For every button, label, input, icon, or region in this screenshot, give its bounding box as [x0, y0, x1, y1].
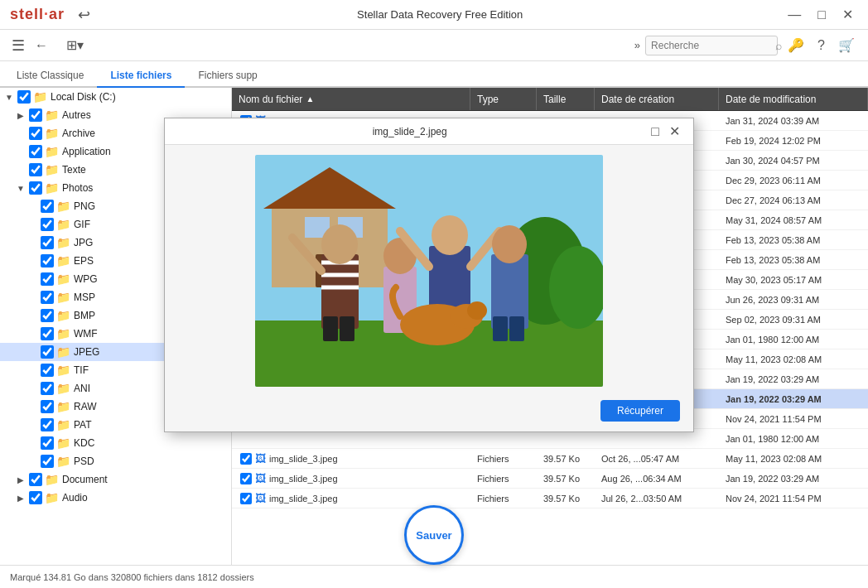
checkbox-kdc[interactable] [41, 436, 54, 450]
checkbox-texte[interactable] [29, 163, 42, 176]
save-button[interactable]: Sauver [404, 505, 464, 565]
checkbox-jpeg[interactable] [41, 345, 54, 359]
checkbox-autres[interactable] [29, 108, 42, 122]
svg-rect-26 [323, 316, 338, 341]
checkbox-tif[interactable] [41, 364, 54, 377]
save-button-container: Sauver [404, 505, 464, 565]
checkbox-archive[interactable] [29, 127, 42, 140]
checkbox-png[interactable] [41, 200, 54, 213]
checkbox-jpg[interactable] [41, 236, 54, 249]
checkbox-wpg[interactable] [41, 272, 54, 286]
sidebar-label: Texte [62, 164, 86, 176]
sidebar-label: GIF [74, 219, 90, 230]
file-modified: Jan 31, 2024 03:39 AM [719, 116, 868, 126]
checkbox-msp[interactable] [41, 291, 54, 304]
close-button[interactable]: ✕ [837, 5, 858, 24]
folder-icon: 📁 [45, 145, 59, 158]
checkbox-raw[interactable] [41, 400, 54, 413]
search-input[interactable] [651, 40, 775, 51]
sidebar-label: EPS [74, 255, 94, 267]
col-header-type[interactable]: Type [470, 88, 537, 110]
file-icon: 🖼 [255, 492, 266, 504]
table-row[interactable]: 🖼 img_slide_3.jpeg Fichiers 39.57 Ko Aug… [232, 469, 868, 489]
file-list-header: Nom du fichier ▲ Type Taille Date de cré… [232, 88, 868, 111]
modal-close-button[interactable]: ✕ [664, 122, 685, 141]
sidebar-item-audio[interactable]: ▶ 📁 Audio [0, 489, 231, 507]
help-button[interactable]: ? [811, 35, 832, 56]
row-checkbox[interactable] [239, 453, 253, 465]
file-name: img_slide_3.jpeg [269, 474, 338, 484]
col-header-modified[interactable]: Date de modification [719, 88, 868, 110]
checkbox-document[interactable] [29, 473, 42, 486]
sidebar-label: WMF [74, 328, 98, 340]
sidebar-item-kdc[interactable]: 📁 KDC [0, 434, 231, 452]
cart-button[interactable]: 🛒 [832, 34, 861, 56]
folder-icon: 📁 [56, 200, 70, 213]
file-modified: Feb 19, 2024 12:02 PM [719, 136, 868, 146]
back-arrow-icon[interactable]: ↩ [78, 6, 90, 24]
checkbox-wmf[interactable] [41, 327, 54, 340]
file-modified: Dec 27, 2024 06:13 AM [719, 195, 868, 205]
checkbox-application[interactable] [29, 145, 42, 158]
back-button[interactable]: ← [30, 35, 53, 56]
status-bar: Marqué 134.81 Go dans 320800 fichiers da… [0, 565, 868, 588]
file-modified: Dec 29, 2023 06:11 AM [719, 176, 868, 186]
window-title: Stellar Data Recovery Free Edition [97, 8, 783, 21]
image-preview-modal: img_slide_2.jpeg □ ✕ [164, 118, 694, 432]
toggle-icon: ▶ [15, 111, 27, 120]
app-logo: stell·ar [10, 6, 65, 23]
file-modified: May 11, 2023 02:08 AM [719, 354, 868, 364]
file-modified: Feb 13, 2023 05:38 AM [719, 255, 868, 265]
col-header-name[interactable]: Nom du fichier ▲ [232, 88, 470, 110]
col-header-size[interactable]: Taille [537, 88, 595, 110]
checkbox-local-disk[interactable] [17, 90, 31, 104]
checkbox-gif[interactable] [41, 218, 54, 231]
preview-image [255, 155, 603, 387]
more-button[interactable]: » [629, 36, 645, 55]
maximize-button[interactable]: □ [813, 6, 831, 24]
sidebar-label: Archive [62, 128, 95, 139]
sidebar-item-local-disk[interactable]: ▼ 📁 Local Disk (C:) [0, 88, 231, 106]
file-modified: May 30, 2023 05:17 AM [719, 275, 868, 285]
modal-minimize-button[interactable]: □ [646, 123, 664, 141]
file-created: Jul 26, 2...03:50 AM [595, 494, 719, 504]
checkbox-psd[interactable] [41, 455, 54, 468]
recover-button[interactable]: Récupérer [600, 400, 680, 422]
sidebar-label: TIF [74, 364, 89, 376]
checkbox-pat[interactable] [41, 418, 54, 431]
modal-title-bar: img_slide_2.jpeg □ ✕ [165, 118, 693, 145]
recover-button-container: Récupérer [165, 397, 693, 431]
checkbox-eps[interactable] [41, 254, 54, 267]
svg-point-22 [492, 225, 527, 263]
menu-button[interactable]: ☰ [7, 33, 30, 58]
folder-icon: 📁 [56, 291, 70, 304]
table-row[interactable]: 🖼 img_slide_3.jpeg Fichiers 39.57 Ko Oct… [232, 449, 868, 469]
file-modified: Nov 24, 2021 11:54 PM [719, 494, 868, 504]
table-row[interactable]: 🖼 img_slide_3.jpeg Fichiers 39.57 Ko Jul… [232, 489, 868, 508]
file-type: Fichiers [470, 474, 537, 484]
folder-icon: 📁 [56, 254, 70, 267]
tab-files[interactable]: Liste fichiers [97, 65, 185, 88]
minimize-button[interactable]: — [783, 6, 806, 24]
sidebar-item-document[interactable]: ▶ 📁 Document [0, 470, 231, 489]
tab-supp[interactable]: Fichiers supp [185, 65, 270, 88]
checkbox-audio[interactable] [29, 491, 42, 504]
sidebar-label: BMP [74, 310, 95, 321]
row-checkbox[interactable] [239, 473, 253, 484]
key-icon-button[interactable]: 🔑 [781, 34, 811, 56]
checkbox-bmp[interactable] [41, 309, 54, 322]
sidebar-label: PAT [74, 419, 92, 431]
checkbox-ani[interactable] [41, 382, 54, 395]
tab-classic[interactable]: Liste Classique [3, 65, 97, 88]
col-header-created[interactable]: Date de création [595, 88, 719, 110]
grid-view-button[interactable]: ⊞▾ [60, 34, 90, 56]
title-bar: stell·ar ↩ Stellar Data Recovery Free Ed… [0, 0, 868, 30]
toggle-icon: ▶ [15, 475, 27, 484]
folder-icon: 📁 [45, 127, 59, 140]
row-checkbox[interactable] [239, 493, 253, 504]
sidebar-item-psd[interactable]: 📁 PSD [0, 452, 231, 470]
file-modified: Jun 26, 2023 09:31 AM [719, 295, 868, 305]
sidebar-label: JPG [74, 237, 93, 248]
checkbox-photos[interactable] [29, 181, 42, 195]
file-modified: Jan 01, 1980 12:00 AM [719, 335, 868, 345]
